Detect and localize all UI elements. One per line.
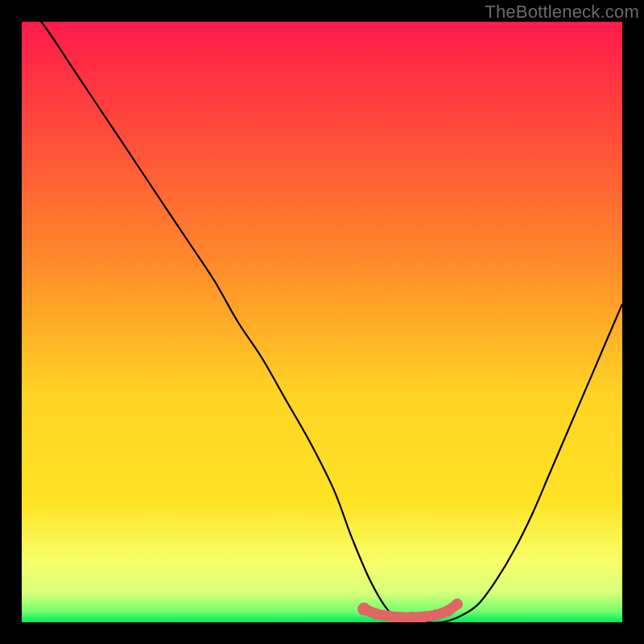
optimal-point — [370, 609, 382, 620]
optimal-point — [382, 611, 394, 622]
optimal-point — [443, 605, 454, 617]
gradient-background — [22, 22, 622, 622]
optimal-point — [419, 611, 430, 622]
bottleneck-plot — [22, 22, 622, 622]
optimal-point — [357, 603, 370, 616]
chart-frame — [22, 22, 622, 622]
watermark-text: TheBottleneck.com — [485, 2, 639, 23]
optimal-point — [431, 609, 442, 621]
optimal-point — [452, 599, 463, 610]
